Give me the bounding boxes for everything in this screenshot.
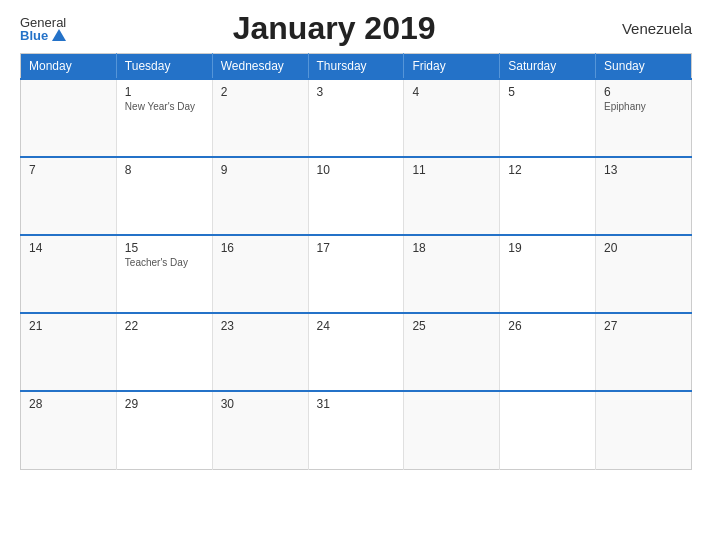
day-number: 23 [221, 319, 300, 333]
calendar-cell [596, 391, 692, 469]
calendar-cell [500, 391, 596, 469]
calendar-cell: 28 [21, 391, 117, 469]
calendar-week-row: 1415Teacher's Day1617181920 [21, 235, 692, 313]
day-number: 5 [508, 85, 587, 99]
day-number: 30 [221, 397, 300, 411]
day-number: 3 [317, 85, 396, 99]
weekday-header-monday: Monday [21, 54, 117, 80]
day-number: 8 [125, 163, 204, 177]
day-number: 20 [604, 241, 683, 255]
weekday-header-tuesday: Tuesday [116, 54, 212, 80]
weekday-header-thursday: Thursday [308, 54, 404, 80]
calendar-cell: 26 [500, 313, 596, 391]
calendar-cell: 18 [404, 235, 500, 313]
logo-triangle-icon [52, 29, 66, 41]
day-number: 2 [221, 85, 300, 99]
day-number: 7 [29, 163, 108, 177]
calendar-cell: 30 [212, 391, 308, 469]
calendar-cell: 10 [308, 157, 404, 235]
calendar-cell: 13 [596, 157, 692, 235]
holiday-label: New Year's Day [125, 101, 204, 112]
day-number: 14 [29, 241, 108, 255]
calendar-week-row: 21222324252627 [21, 313, 692, 391]
day-number: 26 [508, 319, 587, 333]
day-number: 31 [317, 397, 396, 411]
calendar-cell: 19 [500, 235, 596, 313]
day-number: 25 [412, 319, 491, 333]
day-number: 12 [508, 163, 587, 177]
day-number: 6 [604, 85, 683, 99]
calendar-cell: 21 [21, 313, 117, 391]
day-number: 11 [412, 163, 491, 177]
weekday-header-sunday: Sunday [596, 54, 692, 80]
calendar-cell: 25 [404, 313, 500, 391]
calendar-cell: 31 [308, 391, 404, 469]
holiday-label: Epiphany [604, 101, 683, 112]
day-number: 13 [604, 163, 683, 177]
calendar-cell: 4 [404, 79, 500, 157]
weekday-header-wednesday: Wednesday [212, 54, 308, 80]
calendar-cell: 3 [308, 79, 404, 157]
day-number: 19 [508, 241, 587, 255]
day-number: 29 [125, 397, 204, 411]
calendar-cell: 8 [116, 157, 212, 235]
calendar-cell [404, 391, 500, 469]
day-number: 28 [29, 397, 108, 411]
day-number: 1 [125, 85, 204, 99]
calendar-cell: 12 [500, 157, 596, 235]
day-number: 17 [317, 241, 396, 255]
calendar-cell: 14 [21, 235, 117, 313]
calendar-cell: 2 [212, 79, 308, 157]
calendar-header-row: MondayTuesdayWednesdayThursdayFridaySatu… [21, 54, 692, 80]
country-label: Venezuela [602, 20, 692, 37]
logo: General Blue [20, 16, 66, 42]
calendar-cell: 20 [596, 235, 692, 313]
day-number: 10 [317, 163, 396, 177]
calendar-cell: 5 [500, 79, 596, 157]
weekday-header-friday: Friday [404, 54, 500, 80]
calendar-cell: 11 [404, 157, 500, 235]
logo-blue-text: Blue [20, 29, 48, 42]
calendar-cell: 6Epiphany [596, 79, 692, 157]
day-number: 4 [412, 85, 491, 99]
calendar-week-row: 28293031 [21, 391, 692, 469]
holiday-label: Teacher's Day [125, 257, 204, 268]
calendar-cell: 16 [212, 235, 308, 313]
day-number: 18 [412, 241, 491, 255]
calendar-cell: 7 [21, 157, 117, 235]
calendar-cell: 22 [116, 313, 212, 391]
calendar-cell: 1New Year's Day [116, 79, 212, 157]
calendar-cell: 9 [212, 157, 308, 235]
calendar-week-row: 1New Year's Day23456Epiphany [21, 79, 692, 157]
calendar-cell: 29 [116, 391, 212, 469]
calendar-cell [21, 79, 117, 157]
calendar-table: MondayTuesdayWednesdayThursdayFridaySatu… [20, 53, 692, 470]
calendar-title: January 2019 [66, 10, 602, 47]
day-number: 9 [221, 163, 300, 177]
calendar-header: General Blue January 2019 Venezuela [20, 10, 692, 47]
day-number: 27 [604, 319, 683, 333]
logo-general-text: General [20, 16, 66, 29]
calendar-cell: 27 [596, 313, 692, 391]
day-number: 22 [125, 319, 204, 333]
calendar-cell: 23 [212, 313, 308, 391]
weekday-header-saturday: Saturday [500, 54, 596, 80]
calendar-cell: 15Teacher's Day [116, 235, 212, 313]
calendar-cell: 24 [308, 313, 404, 391]
day-number: 24 [317, 319, 396, 333]
day-number: 21 [29, 319, 108, 333]
calendar-week-row: 78910111213 [21, 157, 692, 235]
calendar-cell: 17 [308, 235, 404, 313]
day-number: 16 [221, 241, 300, 255]
day-number: 15 [125, 241, 204, 255]
